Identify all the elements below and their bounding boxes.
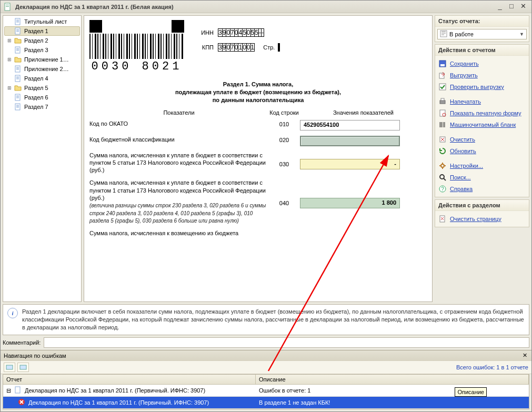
expand-icon[interactable]: ⊞ xyxy=(6,56,13,63)
svg-rect-26 xyxy=(20,365,26,369)
kbk-field[interactable] xyxy=(300,136,400,146)
section-title: Раздел 1. Сумма налога, подлежащая уплат… xyxy=(89,81,427,104)
errors-toolbar: Всего ошибок: 1 в 1 отчете xyxy=(1,360,531,374)
tree-item-section-5[interactable]: ⊞ Раздел 5 xyxy=(4,83,80,93)
info-panel: i Раздел 1 декларации включает в себя по… xyxy=(3,304,529,335)
inn-label: ИНН xyxy=(193,29,214,36)
titlebar: Декларация по НДС за 1 квартал 2011 г. (… xyxy=(1,1,531,13)
svg-rect-12 xyxy=(440,64,445,66)
link-clear[interactable]: Очистить xyxy=(437,134,527,145)
folder-icon xyxy=(14,56,22,63)
svg-rect-3 xyxy=(15,18,20,25)
document-icon xyxy=(14,65,22,73)
barcode-icon xyxy=(438,120,447,129)
tree-item-section-3[interactable]: Раздел 3 xyxy=(4,45,80,55)
svg-point-20 xyxy=(441,164,444,167)
collapse-icon[interactable]: ⊟ xyxy=(6,387,11,394)
grid-header: Отчет Описание xyxy=(3,375,529,385)
actions-block: Действия с отчетом Сохранить Выгрузить П… xyxy=(435,44,529,197)
barcode-number: 0030 8021 xyxy=(92,60,183,73)
okato-field[interactable]: 45290554100 xyxy=(300,120,400,130)
link-refresh[interactable]: Обновить xyxy=(437,145,527,157)
maximize-button[interactable]: □ xyxy=(506,3,517,11)
grid-row-error[interactable]: Декларация по НДС за 1 квартал 2011 г. (… xyxy=(3,397,529,409)
link-help[interactable]: ?Справка xyxy=(437,183,527,195)
document-icon xyxy=(14,18,22,25)
code-cell[interactable] xyxy=(279,43,280,52)
check-icon xyxy=(438,83,447,91)
expand-icon[interactable]: ⊞ xyxy=(6,85,13,91)
svg-rect-9 xyxy=(15,104,20,110)
inn-row: ИНН 3907045055-- xyxy=(193,27,427,38)
grid-row-parent[interactable]: ⊟ Декларация по НДС за 1 квартал 2011 г.… xyxy=(3,385,529,397)
barcode: 0030 8021 xyxy=(89,20,184,73)
minimize-button[interactable]: _ xyxy=(495,3,505,11)
code-cell[interactable]: - xyxy=(261,28,264,37)
tree-item-appendix-1[interactable]: ⊞ Приложение 1… xyxy=(4,55,80,64)
svg-rect-15 xyxy=(440,101,445,104)
expand-all-button[interactable] xyxy=(4,363,15,372)
link-clear-page[interactable]: Очистить страницу xyxy=(437,213,527,225)
link-settings[interactable]: Настройки... xyxy=(437,160,527,172)
export-icon xyxy=(438,71,447,79)
svg-text:?: ? xyxy=(441,186,444,192)
link-machine-form[interactable]: Машиночитаемый бланк xyxy=(437,119,527,130)
tree-label: Приложение 1… xyxy=(24,56,69,63)
link-show-print-form[interactable]: Показать печатную форму xyxy=(437,107,527,119)
tree-item-title-page[interactable]: Титульный лист xyxy=(4,17,80,26)
status-dropdown[interactable]: В работе ▼ xyxy=(437,29,527,39)
document-icon xyxy=(14,75,22,82)
link-search[interactable]: Поиск... xyxy=(437,172,527,183)
tree-label: Раздел 5 xyxy=(24,85,48,91)
tree-item-section-1[interactable]: Раздел 1 xyxy=(4,26,80,36)
section-tree[interactable]: Титульный лист Раздел 1 ⊞ Раздел 2 Разде… xyxy=(3,15,82,302)
field-040[interactable]: 1 800 xyxy=(300,198,400,208)
print-icon xyxy=(438,97,447,106)
kpp-row: КПП 390701001 Стр. xyxy=(193,42,427,53)
errors-title: Навигация по ошибкам ✕ xyxy=(1,350,531,360)
close-button[interactable]: ✕ xyxy=(518,3,528,11)
link-export[interactable]: Выгрузить xyxy=(437,69,527,81)
tree-item-section-7[interactable]: Раздел 7 xyxy=(4,102,80,112)
link-print[interactable]: Напечатать xyxy=(437,96,527,107)
side-panel: Статус отчета: В работе ▼ Действия с отч… xyxy=(435,15,529,302)
svg-rect-14 xyxy=(439,84,446,90)
kpp-label: КПП xyxy=(193,44,214,51)
tree-item-appendix-2[interactable]: Приложение 2… xyxy=(4,64,80,74)
info-icon: i xyxy=(7,308,18,318)
link-save[interactable]: Сохранить xyxy=(437,58,527,69)
row-kbk: Код бюджетной классификации 020 xyxy=(89,136,427,146)
save-icon xyxy=(438,59,447,68)
errors-panel: Навигация по ошибкам ✕ Всего ошибок: 1 в… xyxy=(1,350,531,411)
tree-label: Раздел 3 xyxy=(24,47,48,53)
app-icon xyxy=(4,3,12,11)
errors-count: Всего ошибок: 1 в 1 отчете xyxy=(456,364,528,370)
comment-label: Комментарий: xyxy=(3,339,41,346)
tree-label: Приложение 2… xyxy=(24,66,69,72)
main-area: Титульный лист Раздел 1 ⊞ Раздел 2 Разде… xyxy=(1,13,531,350)
gear-icon xyxy=(438,162,447,170)
chevron-down-icon: ▼ xyxy=(519,32,524,37)
code-cell[interactable]: 1 xyxy=(250,43,255,52)
tooltip: Описание xyxy=(455,387,487,397)
tree-label: Раздел 6 xyxy=(24,94,48,101)
comment-input[interactable] xyxy=(44,337,529,348)
svg-rect-16 xyxy=(441,98,444,101)
status-icon xyxy=(440,30,447,38)
refresh-icon xyxy=(438,147,447,155)
link-check-export[interactable]: Проверить выгрузку xyxy=(437,81,527,93)
info-text: Раздел 1 декларации включает в себя пока… xyxy=(22,308,525,331)
tree-item-section-2[interactable]: ⊞ Раздел 2 xyxy=(4,36,80,45)
document-icon xyxy=(14,103,22,110)
tree-label: Титульный лист xyxy=(24,18,67,25)
field-030[interactable]: - xyxy=(300,159,400,169)
expand-icon[interactable]: ⊞ xyxy=(6,37,13,44)
tree-label: Раздел 2 xyxy=(24,37,48,44)
collapse-all-button[interactable] xyxy=(17,363,29,372)
svg-rect-27 xyxy=(15,387,20,393)
errors-grid[interactable]: Отчет Описание ⊟ Декларация по НДС за 1 … xyxy=(3,374,529,409)
tree-item-section-6[interactable]: Раздел 6 xyxy=(4,93,80,102)
tree-label: Раздел 7 xyxy=(24,104,48,110)
close-errors-button[interactable]: ✕ xyxy=(521,352,528,359)
tree-item-section-4[interactable]: Раздел 4 xyxy=(4,74,80,83)
